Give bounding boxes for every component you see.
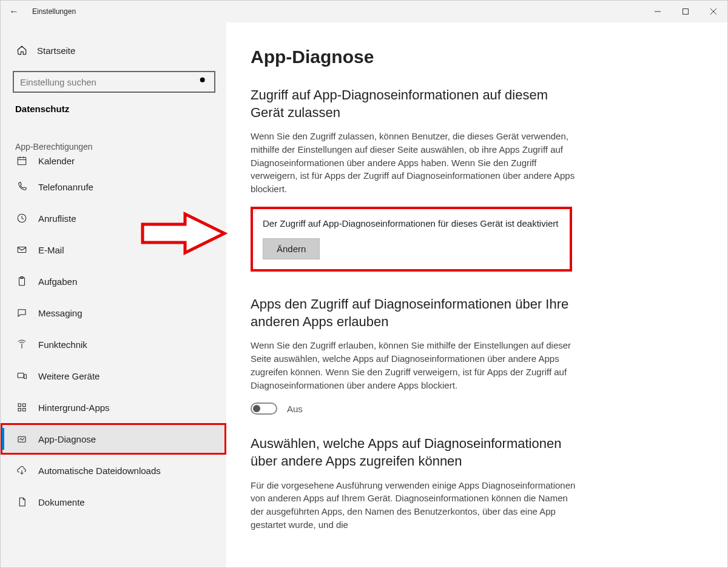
sidebar-item-app-diagnose[interactable]: App-Diagnose <box>1 423 226 455</box>
search-icon <box>198 76 208 88</box>
svg-rect-16 <box>24 375 27 379</box>
home-icon <box>15 45 29 56</box>
section1-body: Wenn Sie den Zugriff zulassen, können Be… <box>251 130 578 196</box>
sidebar-item-label: Funktechnik <box>38 339 87 350</box>
svg-point-4 <box>200 78 205 82</box>
section3-title: Auswählen, welche Apps auf Diagnoseinfor… <box>251 435 578 470</box>
change-button[interactable]: Ändern <box>263 238 320 259</box>
section3-body: Für die vorgesehene Ausführung verwenden… <box>251 479 578 532</box>
diagnostics-icon <box>15 433 29 444</box>
sidebar-item-label: Telefonanrufe <box>38 182 93 192</box>
toggle-state-label: Aus <box>287 404 303 414</box>
sidebar-item-email[interactable]: E-Mail <box>1 234 226 266</box>
phone-icon <box>15 181 29 192</box>
access-status-text: Der Zugriff auf App-Diagnoseinformatione… <box>263 218 560 230</box>
sidebar-item-dokumente[interactable]: Dokumente <box>1 486 226 518</box>
svg-rect-1 <box>683 9 689 15</box>
svg-rect-20 <box>23 409 26 412</box>
sidebar-nav: Kalender Telefonanrufe Anrufliste E-Mail… <box>1 150 226 518</box>
grid-icon <box>15 402 29 413</box>
sidebar-item-label: Messaging <box>38 308 83 318</box>
sidebar-item-label: Automatische Dateidownloads <box>38 466 161 476</box>
cloud-download-icon <box>15 465 29 476</box>
mail-icon <box>15 244 29 255</box>
document-icon <box>15 496 29 507</box>
window-title: Einstellungen <box>32 7 76 16</box>
content-pane: App-Diagnose Zugriff auf App-Diagnoseinf… <box>226 22 727 567</box>
chat-icon <box>15 307 29 318</box>
category-title: Datenschutz <box>13 104 214 114</box>
search-input-container[interactable] <box>13 71 215 93</box>
sidebar-item-label: Anrufliste <box>38 213 76 224</box>
minimize-button[interactable] <box>644 1 672 22</box>
sidebar-item-kalender[interactable]: Kalender <box>1 150 226 171</box>
home-label: Startseite <box>37 45 75 56</box>
sidebar-item-label: Kalender <box>38 156 75 166</box>
page-title: App-Diagnose <box>251 47 703 67</box>
home-link[interactable]: Startseite <box>13 37 214 64</box>
section2-body: Wenn Sie den Zugriff erlauben, können Si… <box>251 339 578 392</box>
close-button[interactable] <box>699 1 727 22</box>
svg-rect-11 <box>18 247 26 253</box>
sidebar-item-anrufliste[interactable]: Anrufliste <box>1 202 226 234</box>
allow-apps-toggle[interactable] <box>251 403 277 415</box>
highlighted-setting-box: Der Zugriff auf App-Diagnoseinformatione… <box>251 207 572 272</box>
sidebar-item-label: E-Mail <box>38 245 64 255</box>
history-icon <box>15 213 29 224</box>
svg-rect-18 <box>23 404 26 407</box>
back-icon[interactable]: ← <box>1 6 27 17</box>
svg-rect-15 <box>18 373 24 378</box>
devices-icon <box>15 370 29 381</box>
calendar-icon <box>15 155 29 166</box>
antenna-icon <box>15 339 29 350</box>
search-input[interactable] <box>20 77 198 87</box>
section2-title: Apps den Zugriff auf Diagnoseinformation… <box>251 296 578 330</box>
sidebar-item-label: Weitere Geräte <box>38 371 99 381</box>
section1-title: Zugriff auf App-Diagnoseinformationen au… <box>251 87 578 121</box>
sidebar-item-weitere-geraete[interactable]: Weitere Geräte <box>1 360 226 392</box>
svg-line-5 <box>204 82 206 84</box>
sidebar-item-telefonanrufe[interactable]: Telefonanrufe <box>1 171 226 202</box>
sidebar-item-messaging[interactable]: Messaging <box>1 297 226 329</box>
clipboard-icon <box>15 276 29 287</box>
sidebar-item-label: App-Diagnose <box>38 434 96 444</box>
svg-rect-17 <box>18 404 21 407</box>
titlebar: ← Einstellungen <box>1 1 727 22</box>
svg-rect-6 <box>18 158 26 165</box>
sidebar-item-downloads[interactable]: Automatische Dateidownloads <box>1 455 226 486</box>
svg-rect-19 <box>18 409 21 412</box>
sidebar-item-label: Hintergrund-Apps <box>38 403 110 413</box>
sidebar-item-label: Dokumente <box>38 497 85 507</box>
sidebar-item-hintergrund-apps[interactable]: Hintergrund-Apps <box>1 392 226 423</box>
maximize-button[interactable] <box>672 1 699 22</box>
sidebar-item-aufgaben[interactable]: Aufgaben <box>1 266 226 297</box>
sidebar: Startseite Datenschutz App-Berechtigunge… <box>1 22 226 567</box>
sidebar-item-label: Aufgaben <box>38 276 77 287</box>
sidebar-item-funktechnik[interactable]: Funktechnik <box>1 329 226 360</box>
